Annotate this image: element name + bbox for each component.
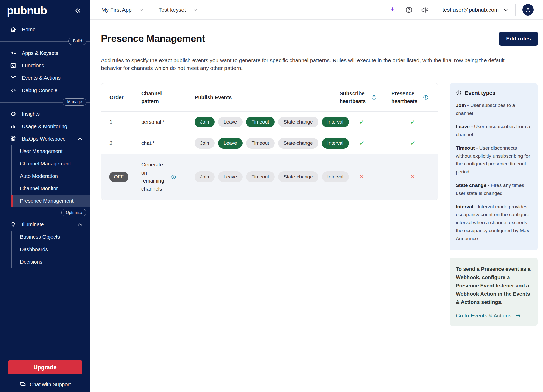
rule-pattern: chat.* <box>141 139 191 147</box>
rules-table: Order Channel pattern Publish Events Sub… <box>101 83 438 200</box>
build-badge: Build <box>68 38 86 45</box>
avatar[interactable] <box>522 4 534 16</box>
edit-rules-button[interactable]: Edit rules <box>499 32 538 46</box>
event-pill: Timeout <box>246 117 275 127</box>
x-icon <box>410 173 415 180</box>
bizops-subgroup: User Management Channel Management Auto … <box>11 145 90 207</box>
sidebar-item-auto-moderation[interactable]: Auto Moderation <box>12 170 90 182</box>
sidebar-item-channel-management[interactable]: Channel Management <box>12 157 90 170</box>
sidebar-item-apps-keysets[interactable]: Apps & Keysets <box>0 47 90 59</box>
chevron-up-icon[interactable] <box>77 136 83 142</box>
col-header-channel-pattern: Channel pattern <box>141 90 191 105</box>
webhook-info-panel: To send a Presence event as a Webhook, c… <box>450 258 538 326</box>
keyset-selector-label: Test keyset <box>159 7 186 13</box>
event-type-entry: Join - User subscribes to a channel <box>456 101 531 118</box>
page-content: Presence Management Edit rules Add rules… <box>90 20 543 326</box>
megaphone-icon[interactable] <box>420 5 429 14</box>
chevron-down-icon <box>193 7 198 12</box>
sidebar-item-usage-monitoring[interactable]: Usage & Monitoring <box>0 120 90 133</box>
section-divider-optimize: Optimize <box>0 213 90 213</box>
event-pill: Timeout <box>246 138 275 149</box>
sidebar-header: pubnub <box>0 0 90 20</box>
sidebar-item-insights[interactable]: Insights <box>0 108 90 120</box>
event-type-entry: Interval - Interval mode provides occupa… <box>456 203 531 243</box>
event-pill: Leave <box>218 117 243 127</box>
topbar-divider <box>515 4 516 16</box>
account-menu[interactable]: test.user@pubnub.com <box>443 7 509 13</box>
off-badge: OFF <box>109 172 128 182</box>
chevron-down-icon <box>503 7 509 13</box>
col-header-publish-events: Publish Events <box>191 93 336 101</box>
home-icon <box>10 26 17 33</box>
sidebar-item-presence-management[interactable]: Presence Management <box>12 195 90 207</box>
table-header: Order Channel pattern Publish Events Sub… <box>101 83 438 112</box>
split-arrows-icon <box>10 75 17 81</box>
chevron-up-icon[interactable] <box>77 222 83 227</box>
webhook-info-text: To send a Presence event as a Webhook, c… <box>456 265 531 306</box>
check-icon <box>410 118 416 126</box>
page-title: Presence Management <box>101 33 205 44</box>
sidebar-item-label: Debug Console <box>22 88 57 93</box>
event-pill: State-change <box>278 171 318 182</box>
event-type-entry: Leave - User unsubscribes from a channel <box>456 123 531 139</box>
double-chevron-left-icon <box>74 7 82 14</box>
sidebar-item-debug-console[interactable]: Debug Console <box>0 84 90 97</box>
sidebar-item-home[interactable]: Home <box>0 23 90 36</box>
topbar-actions: test.user@pubnub.com <box>382 4 534 16</box>
sidebar-item-user-management[interactable]: User Management <box>12 145 90 157</box>
sidebar-item-label: Home <box>22 27 35 33</box>
optimize-badge: Optimize <box>61 209 86 216</box>
table-row-default: OFF Generate on remaining channels Join … <box>101 154 438 200</box>
sidebar-item-label: Functions <box>22 63 44 69</box>
table-row: 1 personal.* Join Leave Timeout State-ch… <box>101 112 438 133</box>
donut-chart-icon <box>10 111 17 117</box>
upgrade-button[interactable]: Upgrade <box>8 360 82 374</box>
section-divider-build: Build <box>0 41 90 42</box>
app-selector[interactable]: My First App <box>101 7 144 13</box>
sidebar-item-business-objects[interactable]: Business Objects <box>12 231 90 243</box>
sidebar-item-label: Illuminate <box>22 222 44 228</box>
sidebar-footer: Upgrade Chat with Support <box>0 360 90 392</box>
topbar-divider <box>436 4 436 16</box>
illuminate-subgroup: Business Objects Dashboards Decisions <box>11 231 90 268</box>
app-window: pubnub Home Build Apps & Keysets <box>0 0 543 392</box>
sidebar-item-decisions[interactable]: Decisions <box>12 256 90 268</box>
event-types-title-row: Event types <box>456 90 531 96</box>
topbar: My First App Test keyset test. <box>90 0 543 20</box>
rule-pattern: Generate on remaining channels <box>141 161 191 193</box>
sparkles-icon[interactable] <box>389 5 398 14</box>
event-pill: Join <box>195 117 215 127</box>
sidebar-item-dashboards[interactable]: Dashboards <box>12 243 90 256</box>
sidebar-item-label: BizOps Workspace <box>22 136 66 142</box>
event-pill: Leave <box>218 138 243 149</box>
sidebar-item-events-actions[interactable]: Events & Actions <box>0 72 90 84</box>
info-icon[interactable] <box>423 95 429 100</box>
check-icon <box>410 140 416 147</box>
sidebar-item-channel-monitor[interactable]: Channel Monitor <box>12 182 90 195</box>
info-icon <box>456 90 462 96</box>
rule-pattern: personal.* <box>141 118 191 126</box>
sidebar-item-functions[interactable]: Functions <box>0 59 90 72</box>
chat-with-support[interactable]: Chat with Support <box>0 381 90 388</box>
sidebar-item-label: Insights <box>22 111 40 117</box>
sidebar-item-illuminate[interactable]: Illuminate <box>0 218 90 231</box>
event-pill: Timeout <box>246 171 275 182</box>
page-description: Add rules to specify the exact publish e… <box>101 56 525 72</box>
account-email: test.user@pubnub.com <box>443 7 499 13</box>
go-to-events-actions-link[interactable]: Go to Events & Actions <box>456 313 531 319</box>
rule-order: 1 <box>101 119 141 125</box>
code-icon <box>10 87 17 94</box>
chat-icon <box>19 381 26 388</box>
check-icon <box>359 140 365 147</box>
page-header: Presence Management Edit rules <box>101 32 538 46</box>
help-icon[interactable] <box>405 5 413 14</box>
key-icon <box>10 50 17 56</box>
col-header-subscribe-heartbeats: Subscribe heartbeats <box>336 90 388 105</box>
sidebar-item-bizops-workspace[interactable]: BizOps Workspace <box>0 133 90 145</box>
keyset-selector[interactable]: Test keyset <box>159 7 198 13</box>
collapse-sidebar-button[interactable] <box>74 6 82 15</box>
event-pill: Leave <box>218 171 243 182</box>
info-icon[interactable] <box>371 95 377 100</box>
info-icon[interactable] <box>171 174 177 180</box>
pubnub-logo[interactable]: pubnub <box>7 4 47 17</box>
